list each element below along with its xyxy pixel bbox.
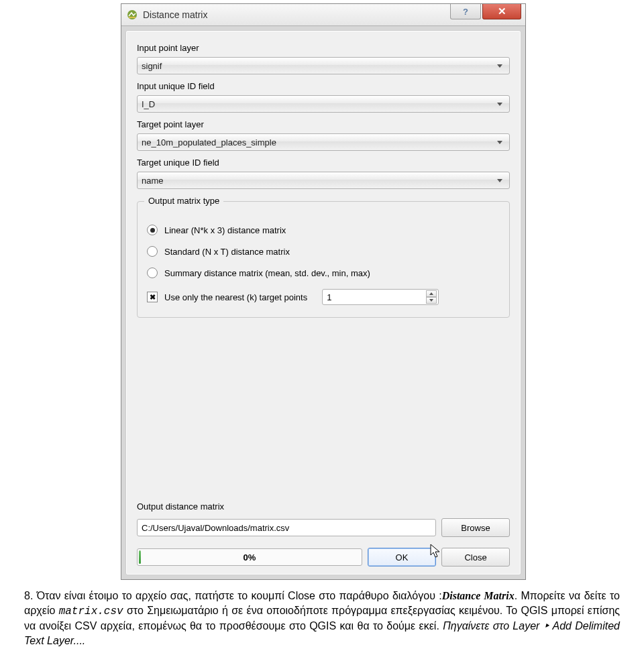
input-layer-combo[interactable]: signif xyxy=(137,57,510,74)
input-id-value: I_D xyxy=(142,99,155,109)
app-icon xyxy=(127,9,138,20)
chevron-down-icon xyxy=(493,58,506,74)
target-layer-combo[interactable]: ne_10m_populated_places_simple xyxy=(137,133,510,151)
radio-icon xyxy=(147,246,158,257)
nearest-k-spinbox[interactable]: 1 xyxy=(322,289,439,305)
target-id-label: Target unique ID field xyxy=(137,158,510,168)
radio-summary-label: Summary distance matrix (mean, std. dev.… xyxy=(164,268,370,278)
spin-down-button[interactable] xyxy=(426,297,437,304)
radio-linear-label: Linear (N*k x 3) distance matrix xyxy=(164,225,286,235)
radio-standard[interactable]: Standard (N x T) distance matrix xyxy=(147,246,500,257)
ok-button[interactable]: OK xyxy=(368,548,436,567)
close-button[interactable]: Close xyxy=(441,548,510,567)
window-title: Distance matrix xyxy=(143,9,207,20)
group-legend: Output matrix type xyxy=(144,196,223,206)
radio-icon xyxy=(147,225,158,235)
input-id-label: Input unique ID field xyxy=(137,81,510,91)
dialog-window: Distance matrix ? ✕ Input point layer si… xyxy=(121,3,526,580)
target-id-combo[interactable]: name xyxy=(137,172,510,189)
radio-icon xyxy=(147,267,158,278)
window-close-button[interactable]: ✕ xyxy=(482,4,521,19)
chevron-down-icon xyxy=(493,96,506,112)
radio-standard-label: Standard (N x T) distance matrix xyxy=(164,247,290,257)
progress-bar: 0% xyxy=(137,548,362,566)
input-layer-value: signif xyxy=(142,61,162,71)
output-path-value: C:/Users/Ujaval/Downloads/matrix.csv xyxy=(142,523,289,533)
output-path-input[interactable]: C:/Users/Ujaval/Downloads/matrix.csv xyxy=(137,519,436,536)
input-layer-label: Input point layer xyxy=(137,43,510,53)
target-layer-label: Target point layer xyxy=(137,119,510,129)
chevron-down-icon xyxy=(493,172,506,188)
help-button[interactable]: ? xyxy=(450,4,481,19)
titlebar: Distance matrix ? ✕ xyxy=(121,4,525,26)
spin-up-button[interactable] xyxy=(426,290,437,297)
caption-text: 8. Όταν είναι έτοιμο το αρχείο σας, πατή… xyxy=(24,589,620,648)
progress-text: 0% xyxy=(244,552,256,562)
output-matrix-type-group: Output matrix type Linear (N*k x 3) dist… xyxy=(137,201,510,318)
nearest-checkbox[interactable] xyxy=(147,292,158,302)
target-layer-value: ne_10m_populated_places_simple xyxy=(142,137,276,147)
radio-linear[interactable]: Linear (N*k x 3) distance matrix xyxy=(147,225,500,235)
output-path-label: Output distance matrix xyxy=(137,501,510,512)
browse-button[interactable]: Browse xyxy=(441,518,510,537)
nearest-label: Use only the nearest (k) target points xyxy=(164,292,307,302)
chevron-down-icon xyxy=(493,134,506,150)
radio-summary[interactable]: Summary distance matrix (mean, std. dev.… xyxy=(147,267,500,278)
target-id-value: name xyxy=(142,176,164,186)
dialog-body: Input point layer signif Input unique ID… xyxy=(125,30,521,575)
nearest-k-value: 1 xyxy=(327,292,331,302)
input-id-combo[interactable]: I_D xyxy=(137,95,510,113)
